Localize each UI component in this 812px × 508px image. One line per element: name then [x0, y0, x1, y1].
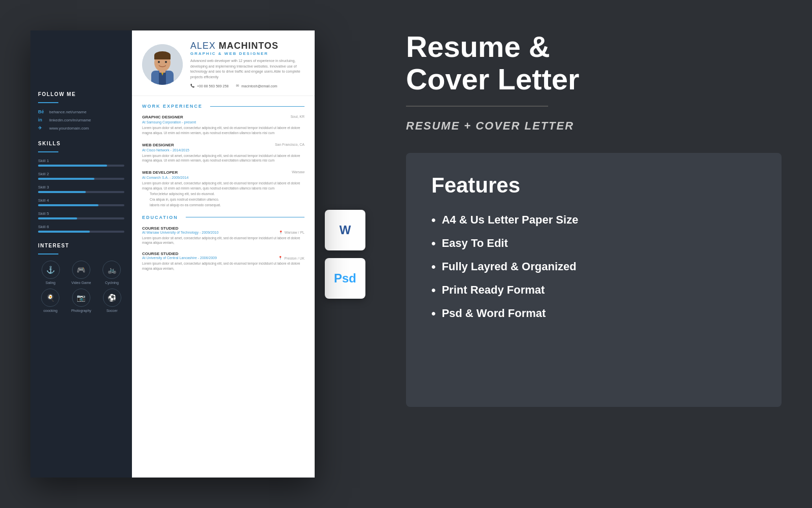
work-experience-title: WORK EXPERIENCE	[142, 104, 304, 109]
skill-1-name: Skill 1	[38, 158, 124, 163]
work-item-3: WEB DEVELOPER Warsaw At Comarch S.A. - 2…	[142, 170, 304, 208]
resume-sidebar: FOLLOW ME Bé behance.net/urname in linke…	[30, 30, 132, 478]
work-1-desc: Lorem ipsum dolor sit amet, consectetur …	[142, 125, 304, 136]
resume-header: ALEX MACHINTOS GRAPHIC & WEB DESIGNER Ad…	[132, 30, 315, 96]
work-3-bullet-3: laboris nisi ut aliquip ex ea commodo co…	[150, 202, 304, 208]
edu-2-school-row: At University of Central Lancashire - 20…	[142, 256, 304, 260]
skill-4-bar	[38, 204, 98, 206]
work-1-position: GRAPHIC DESIGNER	[142, 115, 183, 119]
skill-2-bar	[38, 178, 94, 180]
feature-item-5: Psd & Word Format	[431, 306, 756, 321]
contact-email: ✉ macintosh@email.com	[236, 84, 277, 88]
interest-photography: 📷 Photography	[71, 289, 91, 312]
resume-preview-area: FOLLOW ME Bé behance.net/urname in linke…	[30, 30, 376, 478]
work-item-1: GRAPHIC DESIGNER Soul, KR At Samsung Cor…	[142, 115, 304, 136]
cycling-icon: 🚲	[103, 261, 121, 279]
social-website: ✈ www.yourdomain.com	[38, 125, 124, 131]
feature-item-3: Fully Layred & Organized	[431, 260, 756, 274]
website-url: www.yourdomain.com	[49, 126, 89, 131]
right-panel: Resume & Cover Letter RESUME + COVER LET…	[406, 20, 782, 488]
skill-1-bar	[38, 165, 107, 167]
features-list: A4 & Us Letter Paper Size Easy To Edit F…	[431, 213, 756, 321]
cycling-label: Cyclning	[105, 281, 119, 284]
feature-5-text: Psd & Word Format	[442, 307, 546, 320]
resume-body: WORK EXPERIENCE GRAPHIC DESIGNER Soul, K…	[132, 96, 315, 478]
linkedin-url: linkedin.com/in/urname	[49, 118, 91, 122]
follow-me-divider	[38, 102, 58, 103]
edu-1-school: At Warsaw University of Technology - 200…	[142, 231, 219, 235]
feature-item-2: Easy To Edit	[431, 236, 756, 250]
edu-1-title: COURSE STUDIED	[142, 226, 304, 231]
email-icon: ✉	[236, 84, 239, 88]
interest-cycling: 🚲 Cyclning	[103, 261, 121, 284]
location-pin-icon: 📍	[279, 231, 283, 235]
work-3-company: At Comarch S.A. - 2009/2014	[142, 176, 304, 179]
skill-6-name: Skill 6	[38, 225, 124, 229]
phone-number: +00 88 563 589 258	[197, 84, 228, 88]
edu-1-location: 📍 Warsaw / PL	[279, 231, 304, 235]
skills-label: SKILLS	[38, 141, 124, 146]
resume-bio: Advanced web developer with 12 years of …	[190, 58, 304, 80]
interest-cooking: 🍳 coocking	[41, 289, 59, 312]
features-box: Features A4 & Us Letter Paper Size Easy …	[406, 153, 782, 407]
edu-2-desc: Lorem ipsum dolor sit amet, consectetur …	[142, 261, 304, 271]
product-subtitle: RESUME + COVER LETTER	[406, 119, 782, 133]
website-icon: ✈	[38, 125, 45, 131]
edu-1-desc: Lorem ipsum dolor sit amet, consectetur …	[142, 236, 304, 246]
title-divider	[406, 106, 548, 107]
linkedin-icon: in	[38, 117, 45, 122]
resume-last-name: MACHINTOS	[219, 41, 279, 51]
photography-label: Photography	[71, 309, 91, 312]
skill-3: Skill 3	[38, 185, 124, 193]
education-item-2: COURSE STUDIED At University of Central …	[142, 251, 304, 271]
cooking-icon: 🍳	[41, 289, 59, 307]
resume-contact: 📞 +00 88 563 589 258 ✉ macintosh@email.c…	[190, 84, 304, 88]
skill-6-bar	[38, 231, 90, 233]
skills-divider	[38, 151, 58, 152]
format-icons: W Psd	[315, 30, 376, 478]
work-1-location: Soul, KR	[290, 115, 304, 118]
word-icon-label: W	[340, 223, 351, 237]
product-title-line1: Resume &	[406, 30, 782, 63]
work-3-location: Warsaw	[292, 170, 304, 174]
skill-3-bar	[38, 191, 86, 193]
skill-4-name: Skill 4	[38, 198, 124, 203]
resume-main-content: ALEX MACHINTOS GRAPHIC & WEB DESIGNER Ad…	[132, 30, 315, 478]
work-2-desc: Lorem ipsum dolor sit amet, consectetur …	[142, 153, 304, 164]
svg-rect-7	[154, 55, 171, 59]
product-title-line2: Cover Letter	[406, 63, 782, 96]
feature-4-text: Print Ready Format	[442, 283, 545, 297]
soccer-icon: ⚽	[103, 289, 121, 307]
cooking-label: coocking	[44, 309, 58, 312]
edu-2-title: COURSE STUDIED	[142, 251, 304, 256]
behance-url: behance.net/urname	[49, 110, 86, 114]
resume-preview: FOLLOW ME Bé behance.net/urname in linke…	[30, 30, 315, 478]
skill-2-name: Skill 2	[38, 172, 124, 176]
skill-5: Skill 5	[38, 211, 124, 219]
work-3-position: WEB DEVELOPER	[142, 170, 178, 175]
skill-5-bar	[38, 217, 77, 219]
work-2-location: San Francisco, CA	[275, 143, 304, 146]
sailing-icon: ⚓	[42, 261, 60, 279]
sailing-label: Saling	[46, 281, 55, 284]
skill-2: Skill 2	[38, 172, 124, 180]
videogame-label: Video Game	[72, 281, 91, 284]
social-linkedin: in linkedin.com/in/urname	[38, 117, 124, 122]
resume-first-name: ALEX	[190, 41, 216, 51]
education-title: EDUCATION	[142, 215, 304, 220]
email-address: macintosh@email.com	[241, 84, 277, 88]
feature-item-4: Print Ready Format	[431, 283, 756, 297]
skill-1: Skill 1	[38, 158, 124, 167]
interests-row-2: 🍳 coocking 📷 Photography ⚽ Soccer	[38, 289, 124, 312]
svg-point-9	[165, 61, 167, 63]
work-item-2: WEB DESIGNER San Francisco, CA At Cisco …	[142, 143, 304, 164]
resume-avatar	[142, 44, 183, 85]
videogame-icon: 🎮	[72, 261, 90, 279]
interest-videogame: 🎮 Video Game	[72, 261, 91, 284]
interest-section: INTEREST ⚓ Saling 🎮 Video Game	[38, 243, 124, 312]
resume-job-title: GRAPHIC & WEB DESIGNER	[190, 51, 304, 56]
skill-3-name: Skill 3	[38, 185, 124, 189]
edu-2-school: At University of Central Lancashire - 20…	[142, 256, 217, 260]
work-2-company: At Cisco Network - 2014/2015	[142, 148, 304, 152]
feature-item-1: A4 & Us Letter Paper Size	[431, 213, 756, 227]
